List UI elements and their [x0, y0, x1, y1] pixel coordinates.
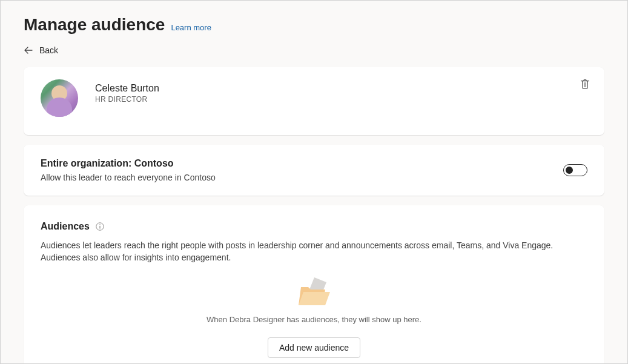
organization-card: Entire organization: Contoso Allow this … — [24, 145, 604, 196]
leader-card: Celeste Burton HR DIRECTOR — [24, 67, 604, 135]
add-audience-button[interactable]: Add new audience — [268, 337, 360, 358]
organization-title: Entire organization: Contoso — [41, 158, 563, 169]
audiences-title: Audiences — [41, 221, 90, 232]
empty-state: When Debra Designer has audiences, they … — [41, 275, 587, 358]
leader-role: HR DIRECTOR — [95, 95, 159, 104]
info-icon[interactable] — [96, 222, 104, 231]
organization-description: Allow this leader to reach everyone in C… — [41, 173, 563, 182]
leader-name: Celeste Burton — [95, 83, 159, 94]
audiences-card: Audiences Audiences let leaders reach th… — [24, 205, 604, 364]
svg-point-1 — [99, 224, 101, 225]
folder-icon — [296, 275, 332, 309]
delete-button[interactable] — [579, 78, 591, 90]
trash-icon — [580, 79, 590, 90]
svg-rect-2 — [99, 226, 100, 229]
back-label: Back — [39, 45, 58, 55]
page-title: Manage audience — [24, 15, 165, 35]
page-header: Manage audience Learn more — [24, 15, 604, 35]
avatar — [41, 79, 78, 117]
audiences-description: Audiences let leaders reach the right pe… — [41, 239, 587, 264]
learn-more-link[interactable]: Learn more — [171, 23, 211, 32]
organization-toggle[interactable] — [563, 164, 587, 176]
back-button[interactable]: Back — [24, 45, 58, 55]
empty-state-text: When Debra Designer has audiences, they … — [41, 315, 587, 324]
leader-info: Celeste Burton HR DIRECTOR — [95, 79, 159, 104]
back-arrow-icon — [24, 45, 33, 55]
